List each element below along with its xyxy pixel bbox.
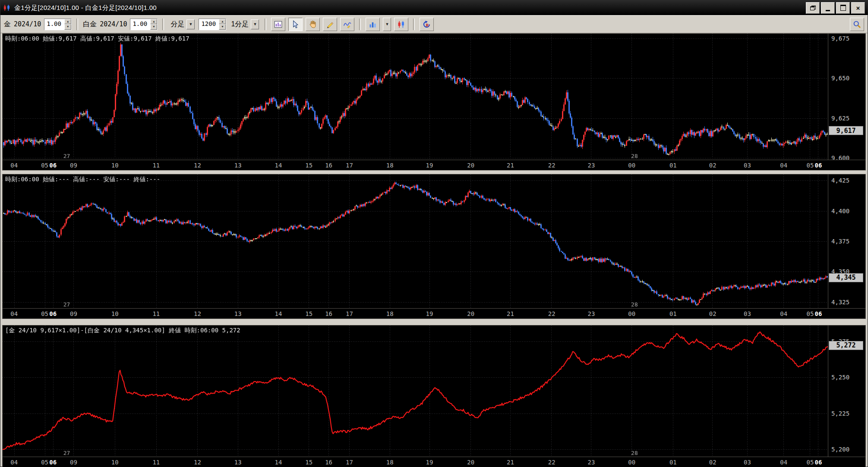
hand-icon xyxy=(309,20,317,28)
candlestick-icon xyxy=(397,20,405,28)
period-combo[interactable]: 1分足 ▼ xyxy=(229,19,260,30)
x-axis-label: 13 xyxy=(234,162,242,169)
bar-type-combo[interactable]: 分足 ▼ xyxy=(169,19,196,30)
axis-corner xyxy=(828,160,865,170)
x-axis-label: 12 xyxy=(194,310,201,317)
spread-chart-plot[interactable]: [金 24/10 9,617×1.00]-[白金 24/10 4,345×1.0… xyxy=(3,325,828,457)
x-axis-label: 19 xyxy=(426,162,433,169)
refresh-icon: R xyxy=(423,20,431,28)
refresh-button[interactable]: R xyxy=(420,18,434,31)
x-axis-label: 05 xyxy=(41,310,48,317)
x-axis-label: 20 xyxy=(467,459,474,466)
select-tool-button[interactable] xyxy=(288,18,303,31)
x-axis-label: 23 xyxy=(588,310,595,317)
y-axis-label: 9,625 xyxy=(831,115,849,122)
close-window-button[interactable]: × xyxy=(851,2,865,14)
chart-settings-button[interactable] xyxy=(271,18,285,31)
x-axis-label: 13 xyxy=(234,310,242,317)
gold-ratio-spinner[interactable]: 1.00 ▲ ▼ xyxy=(44,19,72,30)
toolbar-separator xyxy=(265,19,266,30)
x-axis-label: 21 xyxy=(507,162,514,169)
x-axis-label: 22 xyxy=(548,310,556,317)
spread-price-tag: 5,272 xyxy=(829,341,863,350)
x-axis-label: 16 xyxy=(325,459,332,466)
platinum-y-axis: 4,345 4,4254,4004,3754,3504,325 xyxy=(828,174,865,308)
gold-ratio-value[interactable]: 1.00 xyxy=(44,19,64,30)
x-axis-label: 01 xyxy=(669,162,677,169)
x-axis-label: 23 xyxy=(588,459,595,466)
chevron-down-icon[interactable]: ▼ xyxy=(251,19,259,29)
platinum-ratio-value[interactable]: 1.00 xyxy=(130,19,150,30)
toolbar-separator xyxy=(76,19,78,30)
y-axis-label: 4,375 xyxy=(831,238,849,245)
magnifier-icon xyxy=(853,20,861,28)
maximize-window-button[interactable] xyxy=(836,2,850,14)
spin-up-icon[interactable]: ▲ xyxy=(64,19,71,25)
pan-tool-button[interactable] xyxy=(306,18,320,31)
platinum-price-tag: 4,345 xyxy=(829,273,863,282)
y-axis-label: 4,325 xyxy=(831,299,849,306)
chevron-down-icon[interactable]: ▼ xyxy=(186,19,195,29)
zoom-button[interactable] xyxy=(850,18,864,31)
chart-type-button[interactable] xyxy=(366,18,380,31)
restore-window-button[interactable] xyxy=(806,2,820,14)
toolbar-separator xyxy=(413,19,415,30)
x-axis-label: 03 xyxy=(744,459,751,466)
x-axis-label: 14 xyxy=(275,459,282,466)
x-axis-label: 12 xyxy=(194,162,201,169)
minimize-window-button[interactable] xyxy=(821,2,835,14)
gold-label: 金 xyxy=(4,20,11,29)
bar-count-spinner[interactable]: 1200 ▲ ▼ xyxy=(199,19,226,30)
bar-chart-icon xyxy=(369,20,377,28)
bar-count-value[interactable]: 1200 xyxy=(199,19,219,30)
gold-chart-canvas[interactable] xyxy=(3,34,828,160)
gold-ohlc-readout: 時刻:06:00 始値:9,617 高値:9,617 安値:9,617 終値:9… xyxy=(5,35,189,43)
spin-up-icon[interactable]: ▲ xyxy=(219,19,226,25)
x-axis-label: 21 xyxy=(507,310,514,317)
spread-y-axis: 5,272 5,2755,2505,2255,200 xyxy=(828,325,865,457)
x-axis-label: 15 xyxy=(305,310,312,317)
gold-chart-plot[interactable]: 時刻:06:00 始値:9,617 高値:9,617 安値:9,617 終値:9… xyxy=(3,34,828,160)
axis-corner xyxy=(828,308,865,319)
x-axis-label: 04 xyxy=(780,459,787,466)
trendline-tool-button[interactable] xyxy=(323,18,337,31)
x-axis-label: 18 xyxy=(386,162,394,169)
x-axis-label: 20 xyxy=(467,310,474,317)
x-axis-label: 06 xyxy=(815,310,822,317)
spread-chart-canvas[interactable] xyxy=(3,325,828,457)
freehand-tool-button[interactable] xyxy=(340,18,354,31)
app-candle-icon xyxy=(3,4,11,12)
y-axis-label: 9,600 xyxy=(831,155,849,160)
chart-panels: 時刻:06:00 始値:9,617 高値:9,617 安値:9,617 終値:9… xyxy=(0,33,868,467)
x-axis-label: 02 xyxy=(709,162,716,169)
chart-settings-icon xyxy=(274,20,282,28)
gold-contract-month: 2024/10 xyxy=(14,20,41,28)
x-axis-label: 15 xyxy=(305,162,312,169)
platinum-ratio-spinner[interactable]: 1.00 ▲ ▼ xyxy=(130,19,158,30)
x-axis-label: 17 xyxy=(346,162,353,169)
x-axis-label: 10 xyxy=(111,310,119,317)
y-axis-label: 5,200 xyxy=(831,446,849,453)
x-axis-label: 06 xyxy=(49,162,57,169)
candle-chart-button[interactable] xyxy=(394,18,408,31)
x-axis-label: 18 xyxy=(386,310,394,317)
x-axis-label: 18 xyxy=(386,459,394,466)
x-axis-label: 23 xyxy=(588,162,595,169)
gold-price-tag: 9,617 xyxy=(829,126,863,135)
svg-text:R: R xyxy=(426,22,429,27)
platinum-chart-canvas[interactable] xyxy=(3,174,828,308)
spin-down-icon[interactable]: ▼ xyxy=(64,24,71,30)
spread-x-axis: 0405060910111213141516171819202122230001… xyxy=(3,457,828,467)
x-axis-label: 01 xyxy=(669,459,677,466)
platinum-chart-plot[interactable]: 時刻:06:00 始値:--- 高値:--- 安値:--- 終値:--- xyxy=(3,174,828,308)
spin-down-icon[interactable]: ▼ xyxy=(219,24,226,30)
spin-down-icon[interactable]: ▼ xyxy=(150,24,157,30)
chevron-down-icon: ▼ xyxy=(385,22,389,26)
x-axis-label: 16 xyxy=(325,162,332,169)
spin-up-icon[interactable]: ▲ xyxy=(150,19,157,25)
x-axis-label: 00 xyxy=(628,310,635,317)
chart-type-dropdown-button[interactable]: ▼ xyxy=(383,18,391,31)
gold-x-axis: 0405060910111213141516171819202122230001… xyxy=(3,160,828,170)
platinum-contract-month: 2024/10 xyxy=(100,20,127,28)
gold-y-axis: 9,617 9,6759,6509,6259,600 xyxy=(828,34,865,160)
